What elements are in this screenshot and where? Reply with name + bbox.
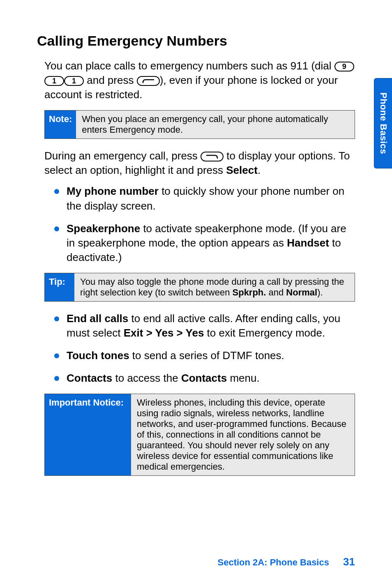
during-text-c: . [258,164,261,176]
handset-bold: Handset [287,237,329,249]
key-9-icon: 9 [334,62,354,71]
intro-text-a: You can place calls to emergency numbers… [44,60,334,72]
list-item: Touch tones to send a series of DTMF ton… [54,348,355,363]
notice-label: Important Notice: [45,394,131,475]
tip-bold-1: Spkrph. [233,287,266,297]
page-content: Calling Emergency Numbers You can place … [0,0,392,588]
options-list-2: End all calls to end all active calls. A… [54,311,355,385]
item-bold: Contacts [67,372,112,384]
intro-paragraph: You can place calls to emergency numbers… [44,59,355,102]
tip-bold-2: Normal [286,287,317,297]
item-bold: End all calls [67,312,128,325]
list-item: End all calls to end all active calls. A… [54,311,355,340]
select-bold: Select [226,164,258,176]
footer-page-number: 31 [343,556,355,568]
note-callout: Note: When you place an emergency call, … [44,110,355,139]
tip-label: Tip: [45,273,74,301]
list-item: Contacts to access the Contacts menu. [54,371,355,385]
key-1-icon: 1 [44,76,64,86]
item-bold: My phone number [67,185,159,197]
note-body: When you place an emergency call, your p… [76,111,355,138]
list-item: My phone number to quickly show your pho… [54,184,355,213]
footer-section: Section 2A: Phone Basics [218,557,329,567]
call-key-icon [137,76,160,86]
contacts-bold: Contacts [181,372,227,384]
tip-callout: Tip: You may also toggle the phone mode … [44,273,355,302]
footer: Section 2A: Phone Basics 31 [218,556,355,568]
options-list-1: My phone number to quickly show your pho… [54,184,355,264]
item-rest-b: to exit Emergency mode. [204,327,325,339]
item-rest-a: to access the [112,372,181,384]
section-heading: Calling Emergency Numbers [37,33,355,49]
key-1-icon: 1 [64,76,84,86]
note-label: Note: [45,111,76,138]
tip-text-c: ). [317,287,323,297]
list-item: Speakerphone to activate speakerphone mo… [54,221,355,265]
tip-text-b: and [266,287,286,297]
exit-path-bold: Exit > Yes > Yes [124,327,204,339]
tip-body: You may also toggle the phone mode durin… [74,273,355,301]
item-bold: Speakerphone [67,222,140,235]
during-paragraph: During an emergency call, press to displ… [44,149,355,178]
options-key-icon [201,152,224,161]
intro-text-b: and press [84,74,137,86]
item-rest-b: menu. [227,372,260,384]
item-bold: Touch tones [67,349,129,362]
notice-body: Wireless phones, including this device, … [131,394,355,475]
item-rest: to send a series of DTMF tones. [129,349,284,362]
during-text-a: During an emergency call, press [44,150,201,162]
important-notice-callout: Important Notice: Wireless phones, inclu… [44,394,355,476]
